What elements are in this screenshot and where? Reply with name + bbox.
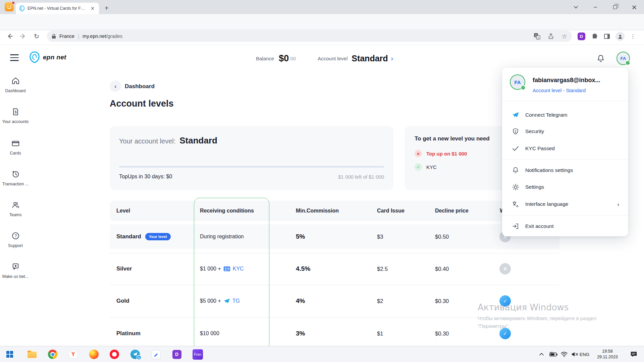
translate-icon[interactable]: G A bbox=[534, 33, 540, 40]
window-menu-chevron-icon[interactable] bbox=[566, 0, 586, 14]
taskbar-notes-app[interactable] bbox=[148, 346, 164, 362]
kyc-link[interactable]: KYC bbox=[233, 266, 244, 272]
browser-toolbar: ↻ France | my.epn.net /grades G A bbox=[0, 14, 644, 30]
taskbar-d-app[interactable]: D bbox=[169, 346, 184, 362]
tray-chevron-icon[interactable] bbox=[535, 346, 548, 362]
browser-profile-icon[interactable] bbox=[615, 32, 625, 41]
taskbar-firefox[interactable] bbox=[86, 346, 102, 362]
avatar-initials: FA bbox=[621, 56, 626, 61]
sidebar-label: Teams bbox=[0, 213, 31, 217]
epn-logo-icon[interactable] bbox=[29, 51, 40, 64]
status-cross-icon: × bbox=[499, 263, 511, 275]
address-bar[interactable]: France | my.epn.net /grades G A ☆ bbox=[47, 31, 572, 42]
taskbar-file-explorer[interactable] bbox=[24, 346, 40, 362]
menu-item-security[interactable]: Security bbox=[502, 124, 628, 139]
action-center-icon[interactable] bbox=[626, 346, 641, 362]
window-controls: – × bbox=[566, 0, 644, 14]
epn-favicon bbox=[19, 5, 25, 12]
tg-link[interactable]: TG bbox=[232, 298, 240, 304]
verified-check-icon: ✓ bbox=[521, 85, 526, 90]
taskbar-fran-window[interactable]: Fran bbox=[190, 346, 205, 362]
time: 19:58 bbox=[602, 349, 612, 354]
watermark-line: Чтобы активировать Windows, перейдите в … bbox=[478, 315, 596, 321]
epn-logo-text[interactable]: epn net bbox=[43, 54, 66, 61]
header-avatar[interactable]: FA ✓ bbox=[616, 52, 630, 65]
taskbar-yandex[interactable]: Y bbox=[65, 346, 81, 362]
back-icon[interactable] bbox=[5, 32, 14, 41]
account-level-widget[interactable]: Account level Standard › bbox=[318, 51, 393, 66]
new-tab-button[interactable]: + bbox=[102, 3, 112, 13]
tab-close-icon[interactable]: × bbox=[90, 5, 96, 11]
account-document-icon: $ bbox=[11, 107, 20, 116]
card-issue: $2 bbox=[377, 298, 383, 304]
browser-menu-icon[interactable]: ⋮ bbox=[630, 33, 636, 40]
decline-price: $0.30 bbox=[435, 298, 449, 304]
breadcrumb[interactable]: Dashboard bbox=[125, 83, 155, 90]
receiving-conditions: During registration bbox=[200, 234, 244, 240]
level-name: Platinum bbox=[116, 330, 141, 337]
menu-item-kyc-passed[interactable]: KYC Passed bbox=[502, 141, 628, 156]
menu-item-notifications-settings[interactable]: Notifications settings bbox=[502, 163, 628, 178]
topups-text: TopUps in 30 days: $0 bbox=[119, 174, 172, 180]
reload-icon[interactable]: ↻ bbox=[32, 32, 41, 41]
yandex-icon: Y bbox=[68, 350, 78, 359]
decline-price: $0.40 bbox=[435, 266, 449, 272]
bookmark-star-icon[interactable]: ☆ bbox=[561, 33, 567, 40]
sidebar-item-support[interactable]: ? Support bbox=[0, 231, 31, 248]
svg-text:$: $ bbox=[14, 110, 17, 114]
check-icon bbox=[512, 145, 519, 152]
telegram-icon bbox=[512, 112, 519, 118]
menu-item-interface-language[interactable]: A Interface language › bbox=[502, 197, 628, 212]
sidebar-item-teams[interactable]: Teams bbox=[0, 200, 31, 217]
menu-account-level-link[interactable]: Account level - Standard bbox=[533, 88, 586, 93]
notification-badge bbox=[11, 1, 15, 5]
sidebar-item-transactions[interactable]: Transaction ... bbox=[0, 170, 31, 186]
firefox-icon bbox=[89, 350, 99, 359]
min-commission: 5% bbox=[296, 233, 305, 240]
sidebar-item-your-accounts[interactable]: $ Your accounts bbox=[0, 107, 31, 124]
pinned-app-icon[interactable] bbox=[5, 2, 14, 11]
chevron-right-icon: › bbox=[391, 54, 394, 63]
sidebar-item-dashboard[interactable]: Dashboard bbox=[0, 76, 31, 93]
screen: EPN.net - Virtual Cards for Faceb × + – … bbox=[0, 0, 644, 362]
clock[interactable]: 19:58 29.11.2023 bbox=[593, 346, 622, 362]
fail-cross-icon: × bbox=[415, 150, 422, 157]
pencil-icon bbox=[153, 352, 159, 357]
taskbar-chrome[interactable] bbox=[45, 346, 60, 362]
back-button[interactable]: ‹ bbox=[110, 80, 121, 92]
extensions-puzzle-icon[interactable] bbox=[591, 33, 598, 40]
verified-check-icon: ✓ bbox=[625, 60, 630, 65]
side-panel-icon[interactable] bbox=[604, 34, 610, 39]
volume-muted-icon[interactable] bbox=[569, 346, 581, 362]
sidebar-label: Support bbox=[0, 243, 31, 248]
table-row-silver: Silver $1 000 + KYC 4.5% $2.5 $0.40 × bbox=[110, 256, 559, 281]
minimize-button[interactable]: – bbox=[586, 0, 605, 14]
taskbar-opera[interactable] bbox=[107, 346, 122, 362]
start-button[interactable] bbox=[2, 346, 17, 362]
extension-d-icon[interactable]: D bbox=[578, 33, 585, 40]
tab-title: EPN.net - Virtual Cards for Faceb bbox=[28, 6, 87, 11]
menu-item-settings[interactable]: Settings bbox=[502, 180, 628, 194]
menu-item-exit-account[interactable]: Exit account bbox=[502, 219, 628, 234]
language-indicator[interactable]: ENG bbox=[580, 346, 589, 362]
sidebar-item-cards[interactable]: Cards bbox=[0, 139, 31, 156]
notifications-bell-icon[interactable] bbox=[596, 54, 605, 63]
card-issue: $3 bbox=[377, 234, 383, 240]
wifi-icon[interactable] bbox=[558, 346, 570, 362]
id-card-icon bbox=[223, 266, 230, 272]
menu-item-connect-telegram[interactable]: Connect Telegram bbox=[502, 108, 628, 122]
requirement-topup: Top up on $1 000 bbox=[426, 151, 467, 157]
level-card-value: Standard bbox=[179, 135, 217, 146]
taskbar-telegram[interactable]: 5 bbox=[127, 346, 143, 362]
sidebar-item-make-us-better[interactable]: Make us bet... bbox=[0, 262, 31, 279]
hamburger-menu-icon[interactable] bbox=[10, 54, 19, 61]
maximize-button[interactable] bbox=[605, 0, 625, 14]
browser-tab[interactable]: EPN.net - Virtual Cards for Faceb × bbox=[16, 3, 99, 14]
forward-icon[interactable] bbox=[19, 32, 28, 41]
decline-price: $0.30 bbox=[435, 330, 449, 337]
share-icon[interactable] bbox=[548, 33, 554, 40]
close-window-button[interactable]: × bbox=[625, 0, 644, 14]
url-host: my.epn.net bbox=[83, 34, 106, 39]
security-shield-icon bbox=[512, 128, 519, 135]
topup-progress-bar bbox=[119, 166, 384, 168]
